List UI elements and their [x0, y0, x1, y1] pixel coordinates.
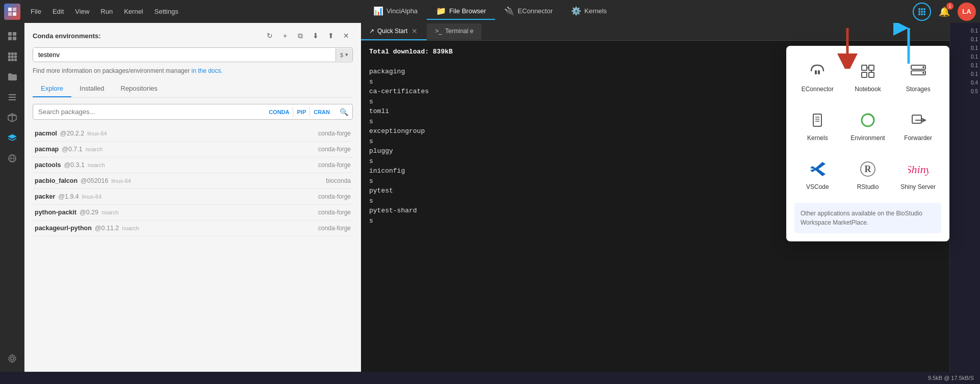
notebook-label: Notebook	[855, 86, 881, 93]
search-bar: CONDA PIP CRAN 🔍	[33, 104, 353, 120]
svg-rect-46	[869, 72, 874, 77]
dropdown-item-rstudio[interactable]: RRStudio	[845, 152, 891, 197]
app-logo[interactable]	[4, 4, 20, 20]
vinci-alpha-icon: 📊	[373, 6, 383, 16]
svg-point-51	[922, 66, 924, 68]
menu-run[interactable]: Run	[95, 6, 118, 17]
file-browser-icon: 📁	[436, 6, 446, 16]
menu-kernel[interactable]: Kernel	[119, 6, 148, 17]
main-layout: Conda environments: ↻ + ⧉ ⬇ ⬆ ✕ $ ▾ F	[0, 23, 980, 372]
env-input[interactable]	[33, 48, 336, 62]
svg-rect-21	[11, 56, 14, 58]
sidebar-icon-package[interactable]	[3, 108, 21, 127]
dropdown-item-kernels[interactable]: Kernels	[794, 103, 841, 148]
sidebar-icon-layers[interactable]	[3, 129, 21, 147]
svg-point-5	[921, 8, 923, 10]
svg-rect-3	[13, 12, 16, 16]
svg-rect-16	[13, 37, 16, 40]
dropdown-item-environment[interactable]: Environment	[845, 103, 891, 148]
package-row[interactable]: pacmol@20.2.2linux-64conda-forge	[33, 126, 353, 142]
upload-button[interactable]: ⬆	[324, 29, 338, 42]
svg-point-11	[921, 13, 923, 15]
svg-rect-18	[11, 52, 14, 55]
svg-point-9	[923, 11, 925, 13]
terminal-label: Terminal e	[445, 28, 473, 35]
sidebar-icon-globe[interactable]	[3, 149, 21, 168]
filter-conda[interactable]: CONDA	[265, 107, 293, 117]
conda-title: Conda environments:	[33, 32, 101, 40]
sidebar-icons	[0, 23, 24, 372]
dropdown-item-econnector[interactable]: EConnector	[794, 54, 841, 99]
tab-repositories[interactable]: Repositories	[113, 80, 166, 97]
package-row[interactable]: python-packit@0.29noarchconda-forge	[33, 205, 353, 221]
storages-label: Storages	[906, 86, 931, 93]
package-row[interactable]: pactools@0.3.1noarchconda-forge	[33, 157, 353, 173]
env-suffix: $ ▾	[336, 48, 352, 61]
dropdown-item-shiny-server[interactable]: ShinyShiny Server	[895, 152, 941, 197]
sidebar-icon-grid[interactable]	[3, 27, 21, 45]
add-button[interactable]: +	[278, 29, 292, 42]
tab-explore[interactable]: Explore	[33, 80, 71, 97]
duplicate-button[interactable]: ⧉	[294, 29, 307, 42]
svg-rect-1	[13, 8, 16, 11]
package-row[interactable]: pacmap@0.7.1noarchconda-forge	[33, 142, 353, 157]
filter-pip[interactable]: PIP	[293, 107, 310, 117]
conda-panel: Conda environments: ↻ + ⧉ ⬇ ⬆ ✕ $ ▾ F	[24, 23, 361, 372]
sidebar-icon-list[interactable]	[3, 88, 21, 106]
forwarder-icon	[907, 109, 930, 131]
svg-point-12	[923, 13, 925, 15]
tab-installed[interactable]: Installed	[71, 80, 112, 97]
econnector-icon	[806, 60, 829, 83]
conda-header: Conda environments: ↻ + ⧉ ⬇ ⬆ ✕	[33, 29, 353, 42]
terminal-tabs: ↗ Quick Start ✕ >_ Terminal e	[361, 23, 949, 41]
nav-kernels[interactable]: ⚙️ Kernels	[562, 3, 616, 20]
package-row[interactable]: packageurl-python@0.11.2noarchconda-forg…	[33, 221, 353, 236]
shiny-server-label: Shiny Server	[900, 183, 936, 190]
svg-point-10	[918, 13, 920, 15]
nav-econnector[interactable]: 🔌 EConnector	[495, 3, 562, 20]
svg-rect-41	[815, 70, 817, 74]
shiny-server-icon: Shiny	[907, 158, 930, 180]
menu-edit[interactable]: Edit	[47, 6, 69, 17]
menu-file[interactable]: File	[25, 6, 46, 17]
search-input[interactable]	[33, 104, 263, 119]
left-panel: Conda environments: ↻ + ⧉ ⬇ ⬆ ✕ $ ▾ F	[24, 23, 361, 372]
svg-rect-25	[14, 59, 17, 61]
nav-vinci-alpha[interactable]: 📊 VinciAlpha	[364, 3, 427, 20]
sidebar-icon-folder[interactable]	[3, 68, 21, 86]
environment-label: Environment	[850, 134, 885, 142]
search-icon-button[interactable]: 🔍	[336, 106, 352, 118]
svg-rect-58	[912, 115, 921, 123]
download-button[interactable]: ⬇	[309, 29, 322, 42]
refresh-button[interactable]: ↻	[263, 29, 276, 42]
filter-cran[interactable]: CRAN	[310, 107, 333, 117]
forwarder-label: Forwarder	[904, 134, 932, 142]
dropdown-item-storages[interactable]: Storages	[895, 54, 941, 99]
right-section: IP ↗ Quick Start ✕ >_ Terminal e Total d…	[361, 23, 980, 372]
svg-marker-61	[810, 166, 817, 172]
sidebar-icon-settings[interactable]	[3, 349, 21, 368]
package-row[interactable]: pacbio_falcon@052016linux-64bioconda	[33, 173, 353, 189]
dropdown-item-forwarder[interactable]: Forwarder	[895, 103, 941, 148]
env-selector[interactable]: $ ▾	[33, 47, 353, 62]
svg-point-7	[918, 11, 920, 13]
apps-grid-button[interactable]	[913, 3, 931, 21]
notifications-button[interactable]: 🔔 1	[935, 3, 953, 21]
tab-quick-start[interactable]: ↗ Quick Start ✕	[361, 23, 427, 40]
dropdown-item-notebook[interactable]: Notebook	[845, 54, 891, 99]
sidebar-icon-grid2[interactable]	[3, 47, 21, 66]
menu-bar: File Edit View Run Kernel Settings 📊 Vin…	[0, 0, 980, 23]
package-row[interactable]: packer@1.9.4linux-64conda-forge	[33, 189, 353, 205]
kernels-nav-icon: ⚙️	[571, 6, 581, 16]
menu-view[interactable]: View	[70, 6, 94, 17]
nav-file-browser[interactable]: 📁 File Browser	[427, 3, 495, 20]
user-avatar[interactable]: LA	[958, 3, 976, 21]
docs-link[interactable]: in the docs.	[192, 67, 223, 74]
quick-start-close[interactable]: ✕	[410, 27, 419, 35]
dropdown-item-vscode[interactable]: VSCode	[794, 152, 841, 197]
svg-rect-2	[8, 12, 12, 16]
close-button[interactable]: ✕	[340, 29, 353, 42]
menu-settings[interactable]: Settings	[149, 6, 184, 17]
tab-terminal[interactable]: >_ Terminal e	[427, 23, 481, 40]
svg-rect-45	[862, 72, 867, 77]
